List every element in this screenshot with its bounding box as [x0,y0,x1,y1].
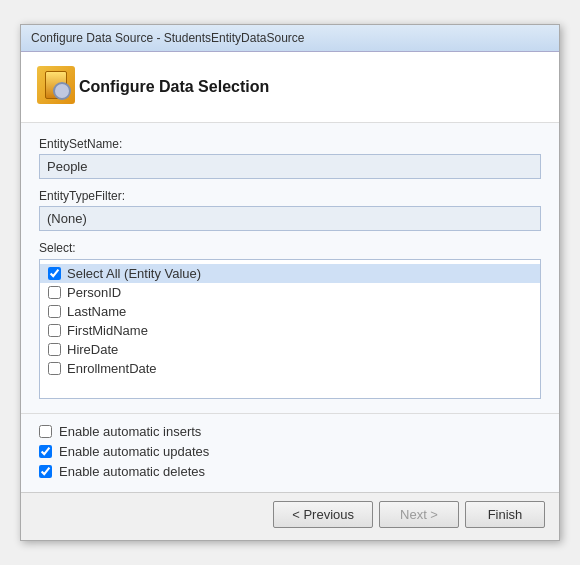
footer-checkbox[interactable] [39,445,52,458]
select-item[interactable]: LastName [40,302,540,321]
select-item[interactable]: EnrollmentDate [40,359,540,378]
footer-check-item[interactable]: Enable automatic inserts [39,424,541,439]
select-item[interactable]: PersonID [40,283,540,302]
finish-button[interactable]: Finish [465,501,545,528]
footer-check-item[interactable]: Enable automatic updates [39,444,541,459]
entitytypefilter-label: EntityTypeFilter: [39,189,541,203]
form-content: EntitySetName: EntityTypeFilter: Select:… [21,123,559,413]
select-item[interactable]: Select All (Entity Value) [40,264,540,283]
next-button[interactable]: Next > [379,501,459,528]
button-bar: < Previous Next > Finish [21,492,559,540]
header-area: Configure Data Selection [21,52,559,123]
select-item-label: FirstMidName [67,323,148,338]
select-item-label: EnrollmentDate [67,361,157,376]
select-box: Select All (Entity Value)PersonIDLastNam… [39,259,541,399]
select-item-checkbox[interactable] [48,286,61,299]
select-item-label: Select All (Entity Value) [67,266,201,281]
header-title: Configure Data Selection [79,78,269,96]
footer-check-label: Enable automatic inserts [59,424,201,439]
entitysetname-input[interactable] [39,154,541,179]
title-bar: Configure Data Source - StudentsEntityDa… [21,25,559,52]
select-item-checkbox[interactable] [48,305,61,318]
entitysetname-label: EntitySetName: [39,137,541,151]
footer-checks: Enable automatic insertsEnable automatic… [21,413,559,492]
select-item-label: HireDate [67,342,118,357]
footer-check-item[interactable]: Enable automatic deletes [39,464,541,479]
select-item-checkbox[interactable] [48,324,61,337]
select-item-label: LastName [67,304,126,319]
select-item-checkbox[interactable] [48,343,61,356]
select-item-checkbox[interactable] [48,362,61,375]
footer-check-label: Enable automatic updates [59,444,209,459]
select-item[interactable]: HireDate [40,340,540,359]
footer-checkbox[interactable] [39,425,52,438]
select-item-checkbox[interactable] [48,267,61,280]
wizard-icon [37,66,79,108]
configure-datasource-window: Configure Data Source - StudentsEntityDa… [20,24,560,541]
select-item[interactable]: FirstMidName [40,321,540,340]
footer-checkbox[interactable] [39,465,52,478]
footer-check-label: Enable automatic deletes [59,464,205,479]
select-label: Select: [39,241,541,255]
previous-button[interactable]: < Previous [273,501,373,528]
select-item-label: PersonID [67,285,121,300]
entitytypefilter-input[interactable] [39,206,541,231]
title-bar-text: Configure Data Source - StudentsEntityDa… [31,31,304,45]
